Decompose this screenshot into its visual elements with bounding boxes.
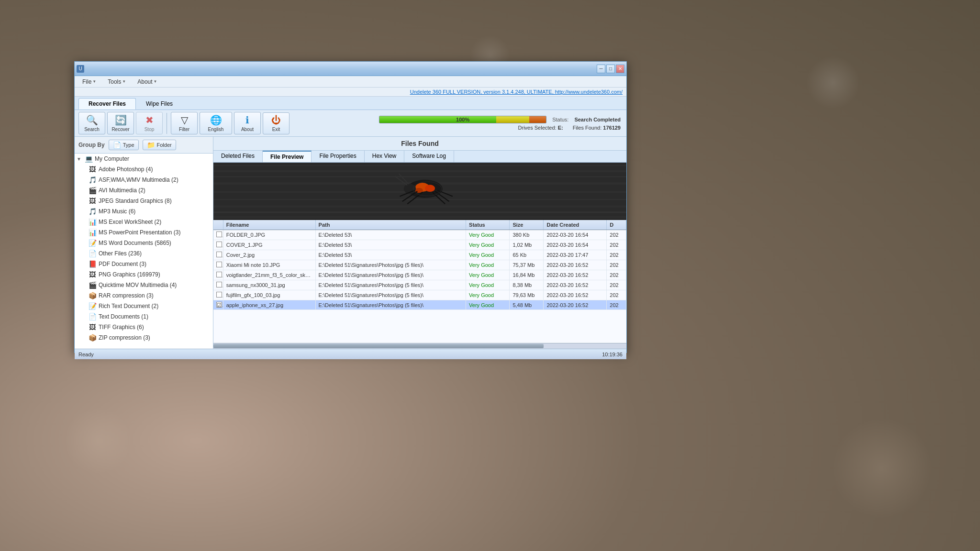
row-date-5: 2022-03-20 16:52 (544, 280, 607, 290)
tree-item-9[interactable]: 📕 PDF Document (3) (75, 259, 213, 269)
col-filename[interactable]: Filename (223, 220, 315, 230)
exit-button[interactable]: ⏻ Exit (263, 112, 290, 134)
filter-button[interactable]: ▽ Filter (171, 112, 198, 134)
col-size[interactable]: Size (510, 220, 544, 230)
row-d-7: 202 (607, 300, 626, 310)
col-status[interactable]: Status (466, 220, 510, 230)
row-checkbox-5[interactable] (213, 280, 223, 290)
row-checkbox-2[interactable] (213, 250, 223, 260)
tools-menu-arrow: ▼ (122, 79, 126, 84)
file-table[interactable]: Filename Path Status Size Date Created D… (213, 220, 626, 343)
checkbox-1[interactable] (216, 242, 222, 247)
row-date-4: 2022-03-20 16:52 (544, 270, 607, 280)
tree-item-11[interactable]: 🎬 Quicktime MOV Multimedia (4) (75, 280, 213, 290)
titlebar-buttons: ─ □ ✕ (597, 65, 624, 73)
checkbox-5[interactable] (216, 282, 222, 287)
about-button[interactable]: ℹ About (234, 112, 261, 134)
powerpoint-icon: 📊 (88, 229, 97, 236)
col-d[interactable]: D (607, 220, 626, 230)
tree-item-7[interactable]: 📝 MS Word Documents (5865) (75, 238, 213, 248)
svg-rect-8 (213, 205, 626, 207)
checkbox-4[interactable] (216, 272, 222, 277)
tree-item-10[interactable]: 🖼 PNG Graphics (169979) (75, 269, 213, 280)
tab-hex-view[interactable]: Hex View (365, 151, 404, 162)
svg-rect-2 (213, 165, 626, 166)
row-d-2: 202 (607, 250, 626, 260)
row-size-5: 8,38 Mb (510, 280, 544, 290)
row-path-6: E:\Deleted 51\Signatures\Photos\jpg (5 f… (315, 290, 466, 300)
tab-wipe-files[interactable]: Wipe Files (136, 98, 183, 110)
row-filename-7: apple_iphone_xs_27.jpg (223, 300, 315, 310)
tree-item-16[interactable]: 📦 ZIP compression (3) (75, 332, 213, 343)
tree-item-6[interactable]: 📊 MS PowerPoint Presentation (3) (75, 227, 213, 238)
tree-item-3[interactable]: 🖼 JPEG Standard Graphics (8) (75, 196, 213, 206)
tree-item-12[interactable]: 📦 RAR compression (3) (75, 290, 213, 301)
tree-item-8[interactable]: 📄 Other Files (236) (75, 248, 213, 259)
scrollbar-thumb[interactable] (213, 344, 544, 348)
sidebar: Group By 📄 Type 📁 Folder ▼ 💻 My Computer… (75, 137, 213, 349)
search-button[interactable]: 🔍 Search (78, 112, 105, 134)
english-button[interactable]: 🌐 English (200, 112, 232, 134)
table-row[interactable]: COVER_1.JPG E:\Deleted 53\ Very Good 1,0… (213, 240, 626, 250)
svg-rect-9 (213, 211, 626, 213)
minimize-button[interactable]: ─ (597, 65, 605, 73)
recover-icon: 🔄 (115, 114, 127, 126)
drives-files-info: Drives Selected: E: Files Found: 176129 (518, 125, 621, 131)
checkbox-7[interactable]: ☑ (216, 302, 222, 308)
checkbox-0[interactable] (216, 231, 222, 237)
table-row[interactable]: voigtlander_21mm_f3_5_color_skopar... E:… (213, 270, 626, 280)
recover-button[interactable]: 🔄 Recover (107, 112, 134, 134)
tree-item-14[interactable]: 📄 Text Documents (1) (75, 311, 213, 322)
group-by-type-button[interactable]: 📄 Type (109, 140, 139, 150)
close-button[interactable]: ✕ (616, 65, 624, 73)
other-files-icon: 📄 (88, 250, 97, 257)
tree-item-5[interactable]: 📊 MS Excel WorkSheet (2) (75, 217, 213, 227)
col-date[interactable]: Date Created (544, 220, 607, 230)
table-row[interactable]: Xiaomi Mi note 10.JPG E:\Deleted 51\Sign… (213, 260, 626, 270)
tab-file-properties[interactable]: File Properties (312, 151, 364, 162)
row-d-1: 202 (607, 240, 626, 250)
tree-item-1[interactable]: 🎵 ASF,WMA,WMV Multimedia (2) (75, 175, 213, 185)
group-by-folder-button[interactable]: 📁 Folder (143, 140, 176, 150)
row-checkbox-6[interactable] (213, 290, 223, 300)
menu-tools[interactable]: Tools ▼ (102, 77, 132, 86)
table-row[interactable]: Cover_2.jpg E:\Deleted 53\ Very Good 65 … (213, 250, 626, 260)
row-checkbox-4[interactable] (213, 270, 223, 280)
row-checkbox-0[interactable] (213, 230, 223, 240)
table-scrollbar[interactable] (213, 343, 626, 349)
tab-deleted-files[interactable]: Deleted Files (213, 151, 263, 162)
tab-file-preview[interactable]: File Preview (263, 151, 312, 162)
tab-recover-files[interactable]: Recover Files (78, 98, 136, 110)
table-row[interactable]: fujifilm_gfx_100_03.jpg E:\Deleted 51\Si… (213, 290, 626, 300)
tree-item-0[interactable]: 🖼 Adobe Photoshop (4) (75, 164, 213, 175)
row-checkbox-7[interactable]: ☑ (213, 300, 223, 310)
zip-icon: 📦 (88, 334, 97, 342)
table-row[interactable]: samsung_nx3000_31.jpg E:\Deleted 51\Sign… (213, 280, 626, 290)
row-checkbox-1[interactable] (213, 240, 223, 250)
menu-about[interactable]: About ▼ (132, 77, 163, 86)
menubar: File ▼ Tools ▼ About ▼ (75, 76, 626, 88)
tree-item-13[interactable]: 📝 Rich Text Document (2) (75, 301, 213, 311)
checkbox-3[interactable] (216, 262, 222, 267)
row-filename-3: Xiaomi Mi note 10.JPG (223, 260, 315, 270)
row-filename-5: samsung_nx3000_31.jpg (223, 280, 315, 290)
tab-software-log[interactable]: Software Log (404, 151, 454, 162)
tree-item-4[interactable]: 🎵 MP3 Music (6) (75, 206, 213, 217)
menu-file[interactable]: File ▼ (77, 77, 102, 86)
table-row[interactable]: ☑ apple_iphone_xs_27.jpg E:\Deleted 51\S… (213, 300, 626, 310)
row-checkbox-3[interactable] (213, 260, 223, 270)
tree-item-2[interactable]: 🎬 AVI Multimedia (2) (75, 185, 213, 196)
row-d-3: 202 (607, 260, 626, 270)
checkbox-2[interactable] (216, 252, 222, 257)
checkbox-6[interactable] (216, 292, 222, 298)
col-path[interactable]: Path (315, 220, 466, 230)
stop-button[interactable]: ✖ Stop (136, 112, 163, 134)
table-row[interactable]: FOLDER_0.JPG E:\Deleted 53\ Very Good 38… (213, 230, 626, 240)
tree-root-my-computer[interactable]: ▼ 💻 My Computer (75, 154, 213, 164)
product-link[interactable]: Undelete 360 FULL VERSION, version 3.1.4… (410, 89, 623, 95)
row-path-2: E:\Deleted 53\ (315, 250, 466, 260)
tree-item-15[interactable]: 🖼 TIFF Graphics (6) (75, 322, 213, 332)
row-status-1: Very Good (466, 240, 510, 250)
restore-button[interactable]: □ (606, 65, 615, 73)
mp3-icon: 🎵 (88, 208, 97, 215)
